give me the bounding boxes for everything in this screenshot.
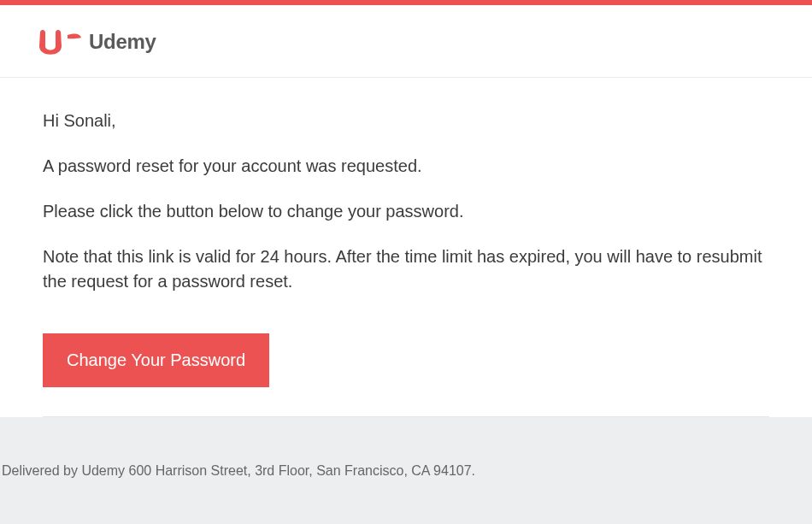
body-line-1: A password reset for your account was re… <box>43 154 769 179</box>
email-card: Udemy Hi Sonali, A password reset for yo… <box>0 0 812 417</box>
cta-row: Change Your Password <box>0 325 812 416</box>
divider <box>43 416 769 417</box>
brand-name: Udemy <box>89 30 156 54</box>
footer-text: Delivered by Udemy 600 Harrison Street, … <box>0 441 812 479</box>
brand-logo: Udemy <box>38 27 774 56</box>
email-body: Hi Sonali, A password reset for your acc… <box>0 78 812 325</box>
change-password-button[interactable]: Change Your Password <box>43 333 269 387</box>
udemy-logo-icon <box>38 27 84 56</box>
body-line-3: Note that this link is valid for 24 hour… <box>43 244 769 294</box>
body-line-2: Please click the button below to change … <box>43 199 769 224</box>
greeting-text: Hi Sonali, <box>43 109 769 133</box>
email-header: Udemy <box>0 5 812 78</box>
